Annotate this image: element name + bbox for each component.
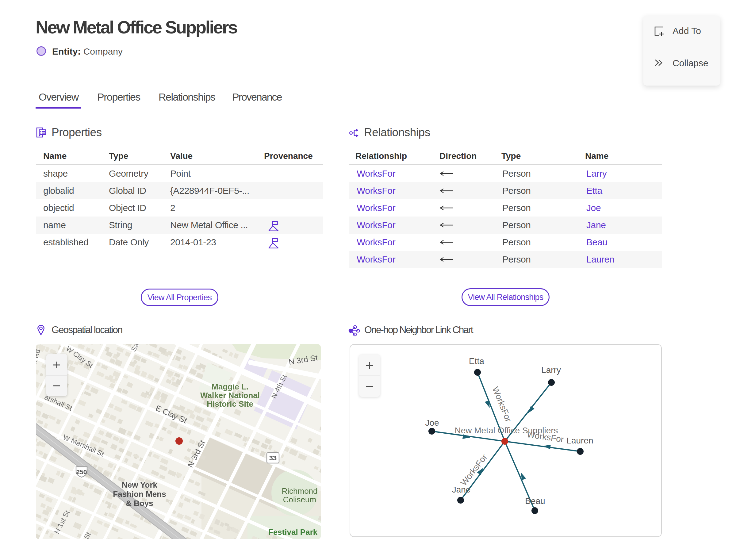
svg-text:Joe: Joe <box>425 418 439 428</box>
svg-text:Maggie L.: Maggie L. <box>212 382 248 391</box>
svg-text:WorksFor: WorksFor <box>526 430 564 444</box>
svg-text:Walker National: Walker National <box>200 391 260 400</box>
svg-text:Beau: Beau <box>525 496 545 506</box>
svg-text:Lauren: Lauren <box>566 436 593 445</box>
svg-text:Etta: Etta <box>469 356 484 366</box>
svg-text:Festival Park: Festival Park <box>268 527 318 537</box>
svg-text:250: 250 <box>76 468 87 475</box>
svg-text:33: 33 <box>269 454 277 462</box>
svg-text:Jane: Jane <box>452 485 471 494</box>
svg-text:WorksFor: WorksFor <box>491 385 513 424</box>
svg-text:& Boys: & Boys <box>126 499 153 508</box>
svg-text:New York: New York <box>122 480 158 489</box>
svg-text:Coliseum: Coliseum <box>283 495 316 504</box>
svg-text:Historic Site: Historic Site <box>207 399 253 408</box>
svg-text:Richmond: Richmond <box>282 486 317 496</box>
svg-text:Fashion Mens: Fashion Mens <box>113 489 166 499</box>
svg-text:Larry: Larry <box>541 365 561 375</box>
